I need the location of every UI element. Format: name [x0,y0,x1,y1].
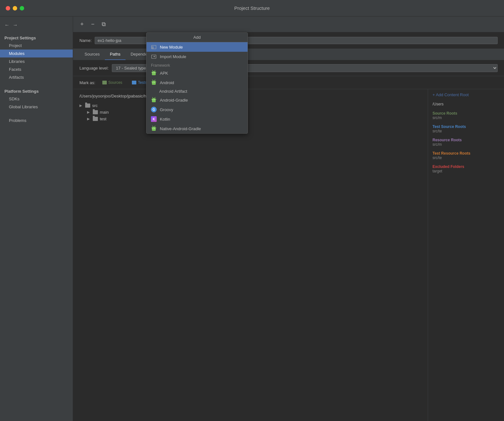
test-folder-icon [93,117,98,121]
dropdown-android[interactable]: Android [146,78,248,87]
svg-point-8 [154,99,155,100]
forward-arrow[interactable]: → [13,22,18,28]
sidebar-item-problems-label: Problems [9,118,26,123]
nav-arrows: ← → [0,20,73,32]
module-details: Name: Sources Paths Dependencies Languag… [73,32,504,421]
sidebar-item-sdks-label: SDKs [9,97,19,101]
svg-point-3 [153,72,153,73]
content-area: + − ⧉ Name: Sources Paths Dependencies [73,17,504,421]
android-label: Android [160,80,174,85]
src-chevron: ▶ [79,104,83,108]
lang-row: Language level: 17 - Sealed types, alway… [73,60,504,76]
groovy-label: Groovy [160,107,173,112]
main-folder-icon [93,110,98,114]
sidebar-item-modules[interactable]: Modules [0,50,73,57]
platform-settings-section: Platform Settings SDKs Global Libraries [0,86,73,111]
rp-user-path: /Users [432,101,500,107]
kotlin-icon: K [151,116,157,122]
minimize-button[interactable] [13,6,17,10]
sidebar-item-facets[interactable]: Facets [0,65,73,73]
sidebar-item-libraries[interactable]: Libraries [0,57,73,65]
sidebar-item-libraries-label: Libraries [9,59,25,64]
android-gradle-icon [151,97,157,103]
android-android-icon [151,80,157,85]
lang-level-label: Language level: [79,66,109,70]
tree-item-main[interactable]: ▶ main [87,109,421,116]
maximize-button[interactable] [20,6,24,10]
rp-resources-path: src/m [432,142,500,147]
rp-user-path-label: /Users [432,102,444,106]
copy-button[interactable]: ⧉ [99,20,108,29]
remove-button[interactable]: − [88,20,97,29]
test-label: test [100,117,106,121]
svg-point-6 [154,82,155,83]
src-children: ▶ main ▶ test [79,109,421,122]
android-gradle-label: Android-Gradle [160,98,188,103]
sources-tag[interactable]: Sources [100,79,125,86]
main-chevron: ▶ [87,110,91,114]
right-panel: + Add Content Root /Users Source Roots s… [428,89,504,421]
content-main: /Users/joyoonjoo/Desktop/jpabasic/helloj… [73,89,504,421]
name-label: Name: [79,38,92,43]
rp-test-resource-roots: Test Resource Roots src/te [432,151,500,160]
sidebar-item-project[interactable]: Project [0,42,73,50]
dropdown-apk[interactable]: APK [146,68,248,78]
dropdown-android-artifact[interactable]: Android Artifact [146,87,248,95]
svg-point-4 [154,72,155,73]
tests-tag-label: Tests [138,80,147,85]
rp-sources-path: src/m [432,116,500,120]
rp-sources-label: Source Roots [432,111,500,116]
path-header: /Users/joyoonjoo/Desktop/jpabasic/helloj… [79,92,421,100]
dropdown-native-android-gradle[interactable]: Native-Android-Gradle [146,124,248,133]
sidebar-item-global-libraries[interactable]: Global Libraries [0,103,73,111]
dropdown-groovy[interactable]: G Groovy [146,105,248,114]
tabs-row: Sources Paths Dependencies [73,49,504,60]
tab-sources[interactable]: Sources [79,49,105,60]
main-label: main [100,110,109,115]
apk-android-icon [151,70,157,76]
project-settings-label: Project Settings [0,32,73,42]
dropdown-new-module[interactable]: New Module [146,42,248,52]
svg-point-9 [153,128,153,129]
sidebar-item-sdks[interactable]: SDKs [0,95,73,103]
framework-section-label: Framework [146,61,248,68]
sources-tag-label: Sources [108,80,122,85]
rp-excluded-path: target [432,169,500,173]
mark-as-label: Mark as: [79,80,95,85]
dropdown-import-module[interactable]: Import Module [146,52,248,61]
rp-resource-roots: Resource Roots src/m [432,138,500,147]
src-folder-icon [85,104,90,108]
sidebar-item-project-label: Project [9,43,22,48]
sidebar: ← → Project Settings Project Modules Lib… [0,17,73,421]
new-module-label: New Module [160,45,183,50]
name-row: Name: [73,32,504,49]
sidebar-item-global-libraries-label: Global Libraries [9,104,38,109]
add-button[interactable]: + [78,20,86,29]
main-container: ← → Project Settings Project Modules Lib… [0,17,504,421]
tree-item-test[interactable]: ▶ test [87,116,421,122]
rp-test-sources-path: src/te [432,129,500,133]
dropdown-kotlin[interactable]: K Kotlin [146,114,248,124]
add-content-root-button[interactable]: + Add Content Root [432,92,500,97]
mark-as-row: Mark as: Sources Tests Resources Test Re… [73,76,504,89]
sidebar-item-problems[interactable]: Problems [0,117,73,124]
problems-section: Problems [0,117,73,124]
rp-excluded-label: Excluded Folders [432,164,500,169]
dropdown-android-gradle[interactable]: Android-Gradle [146,95,248,105]
sidebar-item-artifacts[interactable]: Artifacts [0,73,73,81]
rp-excluded-folders: Excluded Folders target [432,164,500,173]
dropdown-add-header: Add [146,33,248,42]
back-arrow[interactable]: ← [4,22,10,28]
new-module-icon [151,44,157,50]
rp-test-resources-path: src/te [432,156,500,160]
close-button[interactable] [6,6,10,10]
tab-sources-label: Sources [85,52,100,57]
tab-paths[interactable]: Paths [105,49,126,60]
import-module-icon [151,54,157,59]
rp-test-source-roots: Test Source Roots src/te [432,124,500,133]
dropdown-menu: Add New Module [146,32,248,134]
tree-item-src[interactable]: ▶ src [79,102,421,109]
svg-point-10 [154,128,155,129]
import-module-label: Import Module [160,54,186,59]
svg-point-5 [153,82,153,83]
